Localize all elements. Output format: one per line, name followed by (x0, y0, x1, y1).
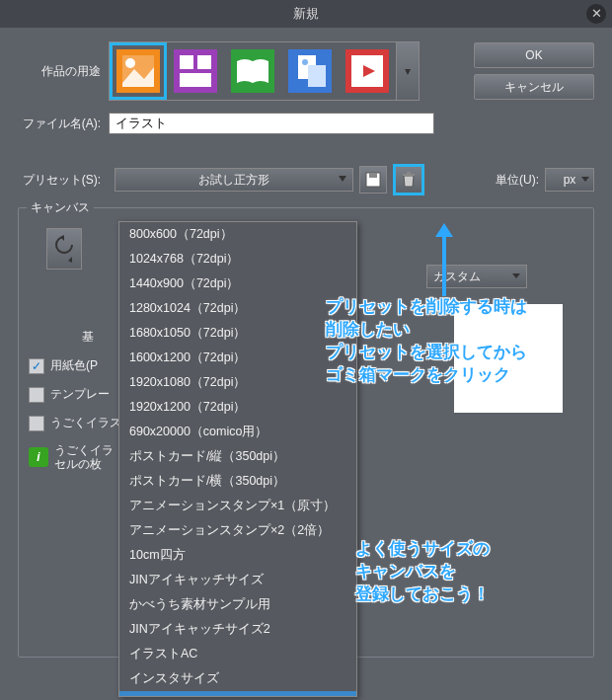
preset-option[interactable]: ポストカード/縦（350dpi） (119, 444, 356, 469)
unit-dropdown[interactable]: px (545, 168, 594, 192)
svg-rect-10 (308, 65, 326, 87)
preset-option[interactable]: 10cm四方 (119, 543, 356, 568)
purpose-label: 作品の用途 (18, 63, 109, 80)
preset-option[interactable]: ポストカード/横（350dpi） (119, 469, 356, 494)
cancel-button[interactable]: キャンセル (474, 74, 594, 100)
unit-label: 単位(U): (496, 172, 539, 189)
rotate-icon (53, 235, 75, 263)
template-checkbox[interactable] (29, 387, 44, 403)
preset-option[interactable]: 1440x900（72dpi） (119, 272, 356, 296)
custom-size-value: カスタム (433, 269, 481, 285)
preset-option[interactable]: 1920x1200（72dpi） (119, 395, 356, 420)
animation-icon (345, 49, 389, 93)
svg-rect-6 (180, 73, 211, 87)
preset-option[interactable]: 1280x1024（72dpi） (119, 296, 356, 321)
filename-label: ファイル名(A): (18, 116, 109, 132)
canvas-group-title: キャンバス (27, 199, 94, 216)
preset-dropdown[interactable]: お試し正方形 (115, 168, 353, 192)
preset-option[interactable]: アニメーションスタンプ×2（2倍） (119, 518, 356, 543)
rotate-orientation-button[interactable] (46, 228, 82, 270)
moving-illust-label: うごくイラス (50, 415, 121, 431)
preset-save-button[interactable] (359, 166, 387, 194)
svg-point-2 (125, 58, 135, 68)
paper-color-label: 用紙色(P (50, 357, 98, 374)
preset-option[interactable]: イラストAC (119, 642, 356, 666)
svg-rect-5 (197, 55, 211, 69)
preset-option[interactable]: 800x600（72dpi） (119, 222, 356, 247)
purpose-tile-print[interactable] (285, 46, 335, 96)
svg-rect-18 (403, 174, 415, 176)
preset-option[interactable]: 690x20000（comico用） (119, 420, 356, 444)
preset-option[interactable]: JINアイキャッチサイズ2 (119, 617, 356, 642)
preset-delete-button[interactable] (393, 164, 424, 195)
annotation-register-canvas: よく使うサイズのキャンバスを登録しておこう！ (355, 538, 602, 606)
preset-option[interactable]: 1600x1200（72dpi） (119, 346, 356, 370)
template-label: テンプレー (50, 386, 110, 403)
purpose-tile-animation[interactable] (343, 46, 392, 96)
preset-option[interactable]: 1920x1080（72dpi） (119, 370, 356, 395)
chevron-down-icon (512, 273, 520, 278)
purpose-tile-book[interactable] (228, 46, 277, 96)
purpose-tile-comic[interactable] (171, 46, 220, 96)
trash-icon (401, 172, 417, 188)
svg-rect-14 (351, 55, 383, 59)
chevron-down-icon (339, 176, 346, 182)
annotation-arrow-line (442, 229, 446, 296)
preset-option[interactable]: 1024x768（72dpi） (119, 247, 356, 272)
dialog-titlebar: 新規 ✕ (0, 0, 612, 28)
paper-color-checkbox[interactable] (29, 358, 44, 374)
svg-point-11 (302, 59, 308, 65)
unit-dropdown-value: px (564, 173, 576, 187)
purpose-tile-group (109, 41, 397, 101)
preset-dropdown-value: お試し正方形 (198, 172, 269, 189)
preset-option[interactable]: JINアイキャッチサイズ (119, 568, 356, 592)
book-icon (231, 49, 274, 93)
info-icon: i (29, 447, 48, 467)
save-disk-icon (365, 172, 381, 188)
svg-rect-15 (351, 83, 383, 87)
preset-label: プリセット(S): (18, 172, 109, 189)
svg-rect-4 (180, 55, 193, 69)
filename-input[interactable] (109, 113, 434, 134)
ok-button[interactable]: OK (474, 42, 594, 68)
purpose-tile-illustration[interactable] (114, 46, 163, 96)
annotation-delete-preset: プリセットを削除する時は削除したいプリセットを選択してからゴミ箱マークをクリック (326, 296, 602, 387)
moving-illust-checkbox[interactable] (29, 416, 44, 431)
preset-dropdown-list: 800x600（72dpi）1024x768（72dpi）1440x900（72… (118, 221, 357, 697)
illustration-icon (116, 49, 160, 93)
print-icon (288, 49, 332, 93)
preset-option[interactable]: かべうち素材サンプル用 (119, 592, 356, 617)
close-button[interactable]: ✕ (586, 4, 606, 24)
svg-rect-17 (369, 173, 377, 178)
cell-info-line2: セルの枚 (54, 457, 114, 471)
comic-icon (174, 49, 217, 93)
preset-option[interactable]: アニメーションスタンプ×1（原寸） (119, 494, 356, 518)
preset-option[interactable]: インスタサイズ (119, 666, 356, 691)
dialog-title: 新規 (293, 6, 319, 21)
chevron-down-icon: ▾ (405, 64, 411, 78)
close-icon: ✕ (591, 6, 602, 21)
svg-rect-19 (407, 172, 411, 174)
purpose-dropdown-arrow[interactable]: ▾ (397, 41, 420, 101)
cell-info-line1: うごくイラ (54, 443, 114, 457)
preset-option[interactable]: 1680x1050（72dpi） (119, 321, 356, 346)
chevron-down-icon (581, 177, 589, 182)
preset-option[interactable]: お試し正方形 (119, 691, 356, 697)
